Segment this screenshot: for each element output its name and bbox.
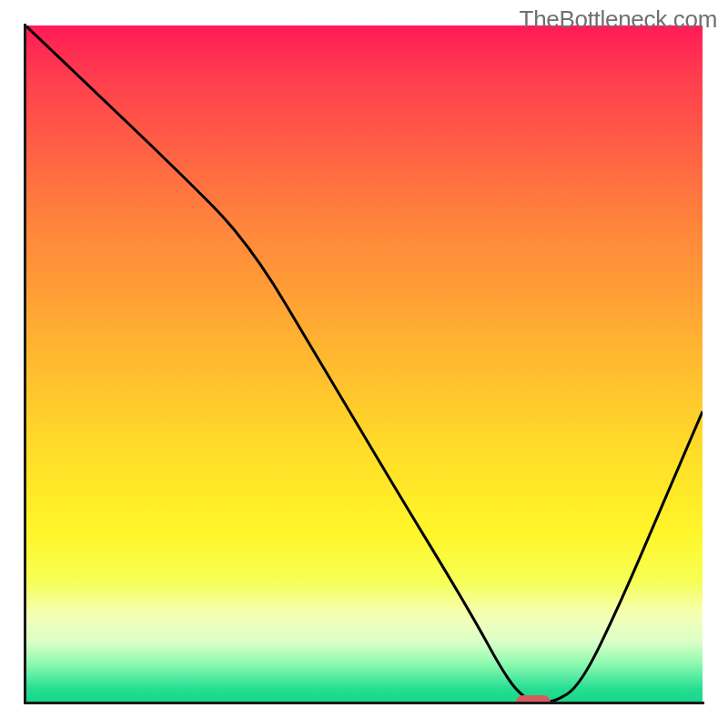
chart-container: TheBottleneck.com — [0, 0, 728, 728]
curve-layer — [25, 25, 703, 703]
y-axis — [24, 24, 26, 704]
watermark-text: TheBottleneck.com — [520, 5, 717, 34]
bottleneck-curve — [25, 25, 703, 703]
plot-area — [25, 25, 703, 703]
x-axis — [24, 702, 704, 704]
